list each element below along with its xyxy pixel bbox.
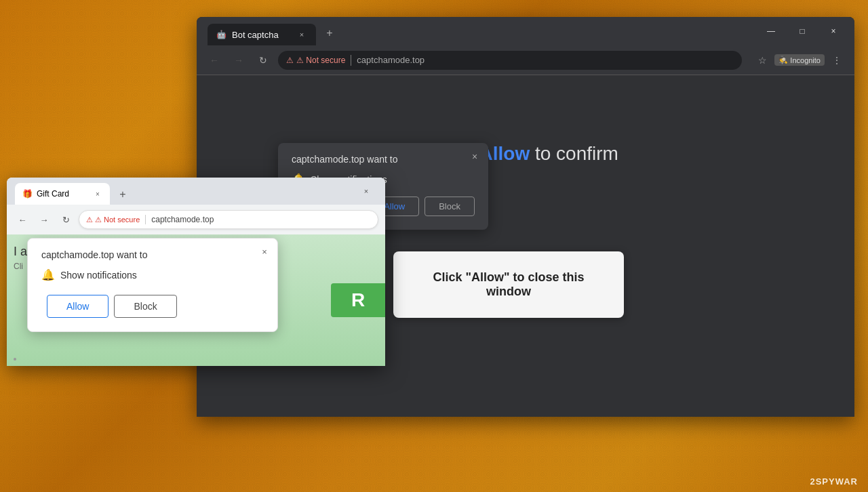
dark-url-text: captchamode.top	[357, 55, 425, 65]
dark-close-button[interactable]: ×	[818, 20, 849, 42]
click-allow-close-box: Click "Allow" to close this window	[393, 251, 624, 318]
dark-address-input[interactable]: ⚠ ⚠ Not secure captchamode.top	[278, 51, 742, 70]
dark-warning-icon: ⚠	[286, 56, 294, 65]
light-refresh-button[interactable]: ↻	[57, 211, 75, 228]
dark-browser-titlebar: 🤖 Bot captcha × + — □ ×	[197, 17, 854, 45]
gift-favicon-icon: 🎁	[22, 188, 33, 199]
light-tab-close-icon[interactable]: ×	[92, 188, 103, 199]
light-permission-text: Show notifications	[60, 270, 137, 281]
light-not-secure-text: ⚠ Not secure	[95, 216, 140, 224]
light-new-tab-button[interactable]: +	[114, 186, 132, 203]
click-allow-close-text: Click "Allow" to close this window	[414, 270, 604, 299]
light-address-bar: ← → ↻ ⚠ ⚠ Not secure captchamode.top	[7, 205, 385, 234]
light-dialog-permission-row: 🔔 Show notifications	[41, 268, 264, 281]
light-url-text: captchamode.top	[151, 215, 214, 224]
light-partial-subtext: Cli	[14, 262, 23, 271]
dark-window-controls: — □ ×	[755, 20, 849, 42]
dark-dialog-close-button[interactable]: ×	[467, 148, 483, 165]
dark-back-button[interactable]: ←	[205, 51, 224, 70]
light-bell-icon: 🔔	[41, 268, 55, 281]
light-green-button[interactable]: R	[331, 283, 385, 317]
dark-not-secure-indicator: ⚠ ⚠ Not secure	[286, 56, 345, 65]
light-not-secure-indicator: ⚠ ⚠ Not secure	[86, 216, 140, 224]
dark-tab-title: Bot captcha	[232, 30, 279, 40]
dark-tab-close-icon[interactable]: ×	[296, 28, 308, 41]
light-tab-active[interactable]: 🎁 Gift Card ×	[15, 183, 110, 205]
dark-refresh-button[interactable]: ↻	[254, 51, 273, 70]
dark-bookmark-icon[interactable]: ☆	[753, 51, 772, 70]
light-dialog-buttons: Allow Block	[41, 295, 264, 318]
light-forward-button[interactable]: →	[35, 211, 53, 228]
dark-not-secure-text: ⚠ Not secure	[296, 56, 345, 65]
dark-maximize-button[interactable]: □	[787, 20, 818, 42]
dark-incognito-label: Incognito	[790, 56, 821, 64]
dark-minimize-button[interactable]: —	[755, 20, 787, 42]
dark-address-separator	[351, 55, 351, 66]
light-permission-dialog: × captchamode.top want to 🔔 Show notific…	[27, 238, 278, 332]
light-close-button[interactable]: ×	[353, 182, 380, 201]
light-allow-button[interactable]: Allow	[47, 295, 108, 318]
light-small-dot	[14, 358, 16, 361]
light-warning-icon: ⚠	[86, 216, 93, 224]
dark-address-bar: ← → ↻ ⚠ ⚠ Not secure captchamode.top ☆ 🕵…	[197, 45, 854, 75]
dark-incognito-icon: 🕵	[778, 56, 788, 64]
dark-dialog-title: captchamode.top want to	[292, 154, 475, 165]
light-address-separator	[145, 215, 146, 224]
dark-forward-button[interactable]: →	[229, 51, 248, 70]
dark-menu-icon[interactable]: ⋮	[827, 51, 846, 70]
light-browser-titlebar: 🎁 Gift Card × + ×	[7, 178, 385, 205]
dark-incognito-badge: 🕵 Incognito	[774, 54, 825, 66]
light-block-button[interactable]: Block	[114, 295, 176, 318]
light-address-input[interactable]: ⚠ ⚠ Not secure captchamode.top	[79, 210, 378, 229]
light-tab-strip: 🎁 Gift Card × +	[12, 178, 132, 205]
watermark-text: 2SPYWAR	[810, 476, 858, 487]
dark-block-button[interactable]: Block	[425, 197, 475, 216]
light-window-controls: ×	[353, 182, 380, 201]
light-partial-text: I a	[14, 245, 27, 259]
dark-click-allow-suffix: to confirm	[530, 143, 618, 164]
light-dialog-close-button[interactable]: ×	[257, 244, 272, 259]
dark-tab-active[interactable]: 🤖 Bot captcha ×	[208, 24, 316, 45]
light-browser-window: 🎁 Gift Card × + × ← → ↻ ⚠ ⚠ Not secure c…	[7, 178, 385, 366]
dark-new-tab-button[interactable]: +	[320, 24, 339, 43]
dark-tab-strip: 🤖 Bot captcha × +	[202, 17, 339, 45]
dark-toolbar-icons: ☆ 🕵 Incognito ⋮	[753, 51, 846, 70]
light-back-button[interactable]: ←	[14, 211, 31, 228]
light-browser-content: I a Cli R × captchamode.top want to 🔔 Sh…	[7, 234, 385, 366]
light-tab-title: Gift Card	[37, 189, 69, 199]
bot-favicon-icon: 🤖	[216, 29, 226, 40]
light-dialog-title: captchamode.top want to	[41, 249, 264, 260]
